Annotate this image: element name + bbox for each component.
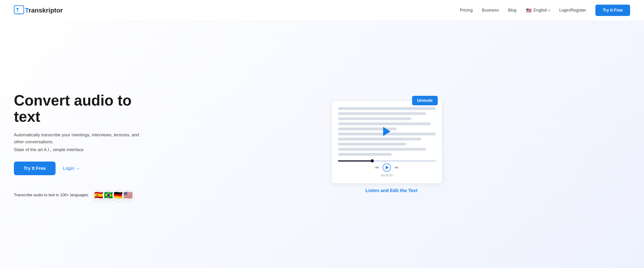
hero-languages: Transcribe audio to text in 100+ languag… bbox=[14, 189, 144, 201]
svg-text:T: T bbox=[16, 7, 19, 13]
doc-line bbox=[338, 143, 406, 146]
logo-text: Transkriptor bbox=[25, 7, 63, 14]
nav-business[interactable]: Business bbox=[482, 8, 499, 13]
play-button-overlay[interactable] bbox=[383, 127, 390, 136]
doc-line bbox=[338, 112, 426, 115]
player-bar: ⏮ ⏭ 00:00:03 bbox=[338, 160, 436, 177]
hero-try-free-button[interactable]: Try It Free bbox=[14, 162, 56, 175]
nav-try-free-button[interactable]: Try It Free bbox=[596, 5, 630, 16]
navbar: T Transkriptor Pricing Business Blog 🇺🇸 … bbox=[0, 0, 644, 21]
doc-line bbox=[338, 138, 421, 140]
progress-fill bbox=[338, 160, 372, 162]
timestamp: 00:00:03 bbox=[381, 174, 393, 177]
doc-line bbox=[338, 148, 426, 151]
doc-line bbox=[338, 153, 392, 156]
nav-links: Pricing Business Blog 🇺🇸 English ▾ Login… bbox=[460, 5, 630, 16]
hero-content-left: Convert audio to text Automatically tran… bbox=[14, 92, 153, 201]
hero-login-link[interactable]: Login → bbox=[63, 166, 80, 171]
doc-lines bbox=[338, 107, 436, 156]
doc-line bbox=[338, 107, 436, 110]
doc-line bbox=[338, 117, 411, 120]
fast-forward-button[interactable]: ⏭ bbox=[395, 165, 399, 170]
nav-pricing[interactable]: Pricing bbox=[460, 8, 473, 13]
unmute-button[interactable]: Unmute bbox=[412, 96, 438, 105]
nav-blog[interactable]: Blog bbox=[508, 8, 516, 13]
play-icon bbox=[386, 166, 389, 170]
progress-thumb bbox=[370, 159, 374, 162]
login-register-link[interactable]: Login/Register bbox=[559, 8, 586, 13]
listen-edit-label[interactable]: Listen and Edit the Text bbox=[331, 188, 452, 193]
language-selector[interactable]: 🇺🇸 English ▾ bbox=[526, 7, 550, 14]
hero-actions: Try It Free Login → bbox=[14, 162, 144, 175]
language-label: English bbox=[534, 8, 547, 13]
language-flag: 🇺🇸 bbox=[526, 7, 532, 14]
language-flags: 🇪🇸🇧🇷🇩🇪🇺🇸 bbox=[93, 189, 134, 201]
flag-item: 🇺🇸 bbox=[122, 189, 134, 201]
hero-description: Automatically transcribe your meetings, … bbox=[14, 132, 144, 146]
hero-section: Convert audio to text Automatically tran… bbox=[0, 21, 644, 268]
hero-title: Convert audio to text bbox=[14, 92, 144, 125]
hero-subtext: State of the art A.I., simple interface bbox=[14, 147, 144, 152]
doc-line bbox=[338, 122, 431, 125]
player-controls: ⏮ ⏭ bbox=[375, 164, 399, 172]
logo[interactable]: T Transkriptor bbox=[14, 5, 63, 16]
hero-languages-text: Transcribe audio to text in 100+ languag… bbox=[14, 193, 88, 198]
illustration-wrapper: Unmute ⏮ ⏭ bbox=[331, 100, 452, 193]
chevron-down-icon: ▾ bbox=[549, 9, 550, 12]
transcript-card: ⏮ ⏭ 00:00:03 bbox=[331, 100, 442, 184]
play-pause-button[interactable] bbox=[383, 164, 391, 172]
rewind-button[interactable]: ⏮ bbox=[375, 165, 379, 170]
progress-track[interactable] bbox=[338, 160, 436, 162]
hero-illustration: Unmute ⏮ ⏭ bbox=[153, 100, 630, 193]
